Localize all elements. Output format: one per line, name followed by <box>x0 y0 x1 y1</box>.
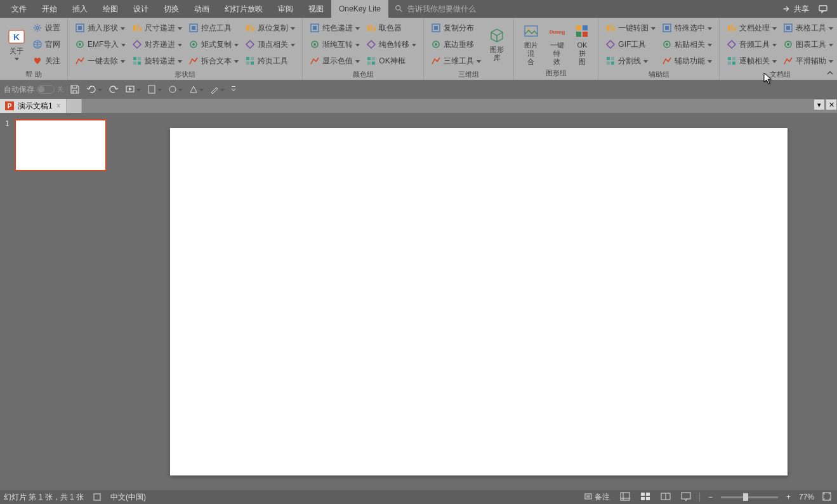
from-beginning-button[interactable] <box>125 84 141 94</box>
ribbon-small-button[interactable]: 音频工具 <box>725 37 779 52</box>
slide-canvas-area[interactable] <box>121 113 837 490</box>
ribbon-small-button[interactable]: 辅助功能 <box>660 53 714 68</box>
tab-home[interactable]: 开始 <box>34 0 65 18</box>
tab-animations[interactable]: 动画 <box>187 0 217 18</box>
ribbon-small-button[interactable]: 三维工具 <box>429 53 483 68</box>
svg-rect-50 <box>583 32 588 37</box>
settings-button[interactable]: 设置 <box>30 20 62 36</box>
ribbon-small-button[interactable]: 特殊选中 <box>660 20 714 36</box>
ribbon-small-button[interactable]: 表格工具 <box>781 20 835 36</box>
shape-lib-button[interactable]: 图形 库 <box>484 20 510 68</box>
tell-me-search[interactable]: 告诉我你想要做什么 <box>395 4 476 15</box>
undo-button[interactable] <box>86 84 102 94</box>
ribbon-small-button[interactable]: 一键去除 <box>73 53 128 68</box>
tab-file[interactable]: 文件 <box>4 0 34 18</box>
ribbon-small-button[interactable]: 尺寸递进 <box>130 20 184 36</box>
tab-transitions[interactable]: 切换 <box>156 0 187 18</box>
ribbon-small-button[interactable]: 一键转图 <box>603 20 657 36</box>
ribbon-small-button[interactable]: 矩式复制 <box>187 37 241 52</box>
ribbon-small-button[interactable]: EMF导入 <box>73 37 128 52</box>
share-button[interactable]: 共享 <box>782 4 809 15</box>
tool-icon <box>188 39 199 49</box>
svg-rect-56 <box>607 61 610 65</box>
comments-icon[interactable] <box>818 4 828 14</box>
qat-tool-2[interactable] <box>168 85 183 94</box>
tool-icon <box>605 56 616 66</box>
ribbon-small-button[interactable]: 旋转递进 <box>130 53 184 68</box>
normal-view-button[interactable] <box>618 492 632 503</box>
autosave-toggle[interactable]: 自动保存 关 <box>4 84 63 95</box>
tab-slideshow[interactable]: 幻灯片放映 <box>217 0 270 18</box>
ribbon-small-button[interactable]: OK神框 <box>364 53 418 68</box>
qat-tool-4[interactable] <box>210 85 225 94</box>
zoom-in-button[interactable]: + <box>784 493 793 501</box>
ribbon-small-button[interactable]: 纯色转移 <box>364 37 418 52</box>
one-key-fx-button[interactable]: Duang 一键特 效 <box>544 20 570 67</box>
thumbnail-item[interactable]: 1 <box>5 119 115 171</box>
about-button[interactable]: K 关于 <box>4 20 29 68</box>
ribbon-small-button[interactable]: 粘贴相关 <box>660 37 714 52</box>
tool-icon <box>662 56 672 66</box>
tab-design[interactable]: 设计 <box>126 0 156 18</box>
reading-view-button[interactable] <box>659 492 673 503</box>
document-tabs: P 演示文稿1 × ▾ ✕ <box>0 99 837 113</box>
ribbon-small-button[interactable]: 平滑辅助 <box>781 53 835 68</box>
ribbon-small-button[interactable]: 渐纯互转 <box>308 37 362 52</box>
redo-button[interactable] <box>109 84 119 94</box>
language-indicator[interactable]: 中文(中国) <box>110 492 146 503</box>
svg-rect-86 <box>641 493 645 496</box>
qat-customize[interactable] <box>231 85 236 94</box>
tab-insert[interactable]: 插入 <box>65 0 95 18</box>
doc-tab[interactable]: P 演示文稿1 × <box>0 99 67 113</box>
slider-thumb[interactable] <box>743 493 748 501</box>
ribbon-small-button[interactable]: 逐帧相关 <box>725 53 779 68</box>
zoom-level[interactable]: 77% <box>799 493 814 501</box>
website-button[interactable]: 官网 <box>30 37 62 52</box>
ribbon-small-button[interactable]: 底边垂移 <box>429 37 483 52</box>
follow-button[interactable]: 关注 <box>30 53 62 68</box>
save-button[interactable] <box>70 84 80 94</box>
pen-icon <box>210 85 219 94</box>
ribbon-small-button[interactable]: 顶点相关 <box>243 37 297 52</box>
ribbon-small-button[interactable]: 插入形状 <box>73 20 128 36</box>
ribbon-small-button[interactable]: GIF工具 <box>603 37 657 52</box>
tab-list-button[interactable]: ▾ <box>814 99 825 110</box>
img-blend-button[interactable]: 图片混 合 <box>518 20 544 67</box>
ribbon-small-button[interactable]: 原位复制 <box>243 20 297 36</box>
qat-tool-3[interactable] <box>189 85 204 94</box>
new-tab-button[interactable] <box>67 99 82 113</box>
qat-tool-1[interactable] <box>147 85 162 94</box>
menu-bar: 文件 开始 插入 绘图 设计 切换 动画 幻灯片放映 审阅 视图 OneKey … <box>0 0 837 18</box>
slide-counter[interactable]: 幻灯片 第 1 张，共 1 张 <box>4 492 84 503</box>
ribbon-small-button[interactable]: 纯色递进 <box>308 20 362 36</box>
close-tab-button[interactable]: × <box>56 101 61 110</box>
close-window-button[interactable]: ✕ <box>826 99 837 110</box>
tab-review[interactable]: 审阅 <box>270 0 301 18</box>
slide[interactable] <box>170 128 788 475</box>
ribbon-small-button[interactable]: 复制分布 <box>429 20 483 36</box>
ribbon-small-button[interactable]: 文档处理 <box>725 20 779 36</box>
ok-merge-button[interactable]: OK拼 图 <box>570 20 594 67</box>
accessibility-icon[interactable] <box>93 493 102 501</box>
ribbon-small-button[interactable]: 显示色值 <box>308 53 362 68</box>
ribbon-small-button[interactable]: 图表工具 <box>781 37 835 52</box>
svg-rect-13 <box>140 27 142 31</box>
notes-button[interactable]: 备注 <box>583 492 612 503</box>
tab-view[interactable]: 视图 <box>301 0 331 18</box>
tab-draw[interactable]: 绘图 <box>95 0 126 18</box>
zoom-out-button[interactable]: − <box>706 493 715 501</box>
ribbon-small-button[interactable]: 分割线 <box>603 53 657 68</box>
sorter-view-button[interactable] <box>638 492 652 503</box>
ribbon-small-button[interactable]: 跨页工具 <box>243 53 297 68</box>
ribbon-small-button[interactable]: 取色器 <box>364 20 418 36</box>
collapse-ribbon-button[interactable] <box>827 70 833 77</box>
ribbon-small-button[interactable]: 控点工具 <box>187 20 241 36</box>
ribbon-small-button[interactable]: 对齐递进 <box>130 37 184 52</box>
fit-window-button[interactable] <box>821 492 833 503</box>
ribbon-small-button[interactable]: 拆合文本 <box>187 53 241 68</box>
slideshow-view-button[interactable] <box>679 492 693 503</box>
tab-onekey-lite[interactable]: OneKey Lite <box>331 0 388 18</box>
tool-icon <box>662 23 672 33</box>
chevron-down-icon <box>15 56 19 61</box>
zoom-slider[interactable] <box>721 496 778 498</box>
